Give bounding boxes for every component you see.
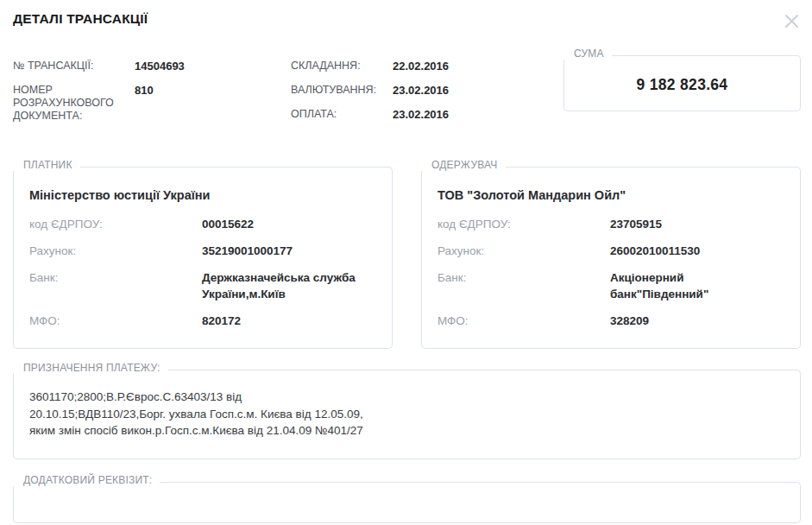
payer-account-row: Рахунок: 35219001000177: [29, 243, 376, 259]
payer-box-body: Міністерство юстиції України код ЄДРПОУ:…: [13, 171, 393, 349]
payment-purpose-header: ПРИЗНАЧЕННЯ ПЛАТЕЖУ:: [13, 363, 801, 374]
document-number-row: НОМЕР РОЗРАХУНКОВОГО ДОКУМЕНТА: 810: [13, 84, 291, 123]
receiver-box: ОДЕРЖУВАЧ ТОВ "Золотой Мандарин Ойл" код…: [421, 160, 801, 349]
summary-dates-column: СКЛАДАННЯ: 22.02.2016 ВАЛЮТУВАННЯ: 23.02…: [291, 48, 563, 132]
payer-box: ПЛАТНИК Міністерство юстиції України код…: [13, 160, 393, 349]
section-divider-line: [168, 370, 801, 374]
section-divider-line: [160, 482, 801, 486]
receiver-edrpou-label: код ЄДРПОУ:: [437, 216, 610, 232]
section-divider-line: [80, 167, 393, 171]
summary-left-column: № ТРАНСАКЦІЇ: 14504693 НОМЕР РОЗРАХУНКОВ…: [13, 48, 291, 134]
close-icon[interactable]: [784, 14, 799, 28]
payer-edrpou-row: код ЄДРПОУ: 00015622: [29, 216, 376, 232]
receiver-mfo-label: МФО:: [437, 313, 610, 329]
parties-section: ПЛАТНИК Міністерство юстиції України код…: [13, 160, 801, 349]
payer-edrpou-value: 00015622: [202, 216, 254, 232]
receiver-mfo-value: 328209: [610, 313, 649, 329]
receiver-box-body: ТОВ "Золотой Мандарин Ойл" код ЄДРПОУ: 2…: [421, 171, 801, 349]
amount-value: 9 182 823.64: [637, 76, 728, 94]
additional-attribute-box: ДОДАТКОВИЙ РЕКВІЗИТ:: [13, 475, 801, 523]
payment-purpose-box: ПРИЗНАЧЕННЯ ПЛАТЕЖУ: 3601170;2800;В.Р.Єв…: [13, 363, 801, 459]
document-number-value: 810: [135, 84, 154, 123]
payer-bank-label: Банк:: [29, 269, 202, 302]
value-date-value: 23.02.2016: [393, 84, 449, 97]
receiver-box-header: ОДЕРЖУВАЧ: [421, 160, 801, 171]
amount-label: СУМА: [574, 48, 604, 60]
creation-date-value: 22.02.2016: [393, 60, 449, 73]
payer-edrpou-label: код ЄДРПОУ:: [29, 216, 202, 232]
additional-attribute-header: ДОДАТКОВИЙ РЕКВІЗИТ:: [13, 475, 801, 486]
receiver-bank-row: Банк: Акціонерний банк"Південний": [437, 269, 784, 302]
creation-date-label: СКЛАДАННЯ:: [291, 60, 393, 73]
document-number-label: НОМЕР РОЗРАХУНКОВОГО ДОКУМЕНТА:: [13, 84, 135, 123]
payer-name: Міністерство юстиції України: [29, 188, 376, 202]
creation-date-row: СКЛАДАННЯ: 22.02.2016: [291, 60, 563, 73]
transaction-number-value: 14504693: [135, 60, 185, 73]
receiver-account-value: 26002010011530: [610, 243, 700, 259]
payment-purpose-label: ПРИЗНАЧЕННЯ ПЛАТЕЖУ:: [23, 363, 161, 374]
payer-bank-value: Держказначейська служба України,м.Київ: [202, 269, 356, 302]
amount-box-header: СУМА: [563, 48, 801, 60]
payment-date-label: ОПЛАТА:: [291, 108, 393, 121]
payer-bank-row: Банк: Держказначейська служба України,м.…: [29, 269, 376, 302]
summary-section: № ТРАНСАКЦІЇ: 14504693 НОМЕР РОЗРАХУНКОВ…: [13, 48, 801, 134]
payment-purpose-text: 3601170;2800;В.Р.Єврос.С.63403/13 від 20…: [29, 389, 784, 440]
payer-section-label: ПЛАТНИК: [23, 160, 72, 171]
receiver-bank-label: Банк:: [437, 269, 610, 302]
payer-account-label: Рахунок:: [29, 243, 202, 259]
amount-box: СУМА 9 182 823.64: [563, 48, 801, 111]
receiver-edrpou-value: 23705915: [610, 216, 662, 232]
payer-mfo-label: МФО:: [29, 313, 202, 329]
section-divider-line: [612, 55, 801, 60]
transaction-number-row: № ТРАНСАКЦІЇ: 14504693: [13, 60, 291, 73]
section-divider-line: [506, 167, 801, 171]
payer-mfo-row: МФО: 820172: [29, 313, 376, 329]
payer-mfo-value: 820172: [202, 313, 241, 329]
receiver-edrpou-row: код ЄДРПОУ: 23705915: [437, 216, 784, 232]
payment-purpose-body: 3601170;2800;В.Р.Єврос.С.63403/13 від 20…: [13, 374, 801, 459]
receiver-mfo-row: МФО: 328209: [437, 313, 784, 329]
receiver-section-label: ОДЕРЖУВАЧ: [431, 160, 498, 171]
payer-account-value: 35219001000177: [202, 243, 293, 259]
page-title: ДЕТАЛІ ТРАНСАКЦІЇ: [13, 11, 148, 27]
value-date-row: ВАЛЮТУВАННЯ: 23.02.2016: [291, 84, 563, 97]
payment-date-row: ОПЛАТА: 23.02.2016: [291, 108, 563, 121]
transaction-number-label: № ТРАНСАКЦІЇ:: [13, 60, 135, 73]
payment-date-value: 23.02.2016: [393, 108, 449, 121]
receiver-name: ТОВ "Золотой Мандарин Ойл": [437, 188, 784, 202]
receiver-bank-value: Акціонерний банк"Південний": [610, 269, 708, 302]
additional-attribute-body: [13, 486, 801, 523]
value-date-label: ВАЛЮТУВАННЯ:: [291, 84, 393, 97]
receiver-account-label: Рахунок:: [437, 243, 610, 259]
dialog-header: ДЕТАЛІ ТРАНСАКЦІЇ: [13, 0, 801, 28]
payer-box-header: ПЛАТНИК: [13, 160, 393, 171]
receiver-account-row: Рахунок: 26002010011530: [437, 243, 784, 259]
transaction-details-dialog: ДЕТАЛІ ТРАНСАКЦІЇ № ТРАНСАКЦІЇ: 14504693…: [0, 0, 812, 525]
amount-box-body: 9 182 823.64: [563, 60, 801, 111]
additional-attribute-label: ДОДАТКОВИЙ РЕКВІЗИТ:: [23, 475, 152, 486]
